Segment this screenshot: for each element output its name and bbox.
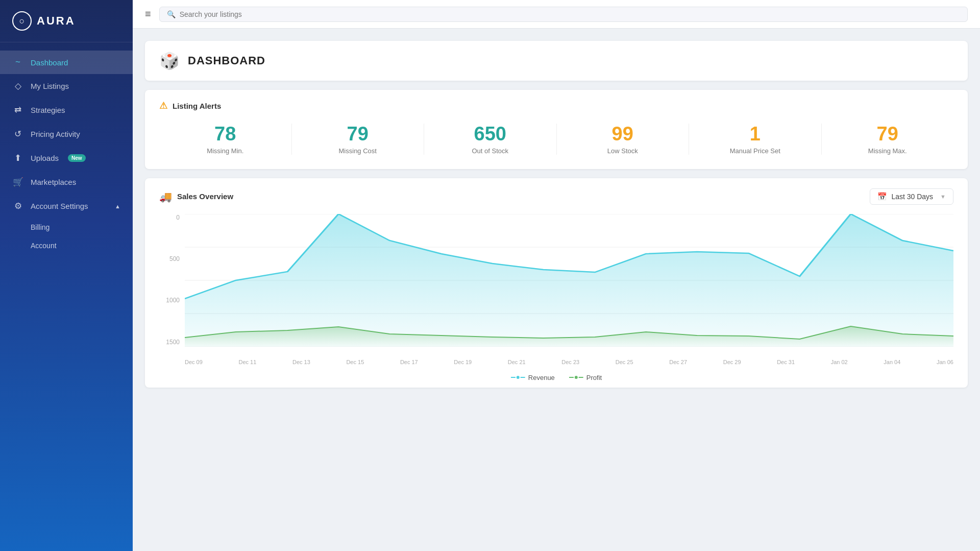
marketplaces-icon: 🛒 xyxy=(12,177,23,187)
sidebar-item-my-listings[interactable]: ◇ My Listings xyxy=(0,74,133,98)
alert-label: Missing Max. xyxy=(827,147,949,155)
alert-icon: ⚠ xyxy=(159,100,167,111)
page-content: 🎲 DASHBOARD ⚠ Listing Alerts 78 Missing … xyxy=(133,29,980,551)
alert-label: Missing Cost xyxy=(297,147,419,155)
dashboard-icon: ~ xyxy=(12,57,23,67)
alert-number: 79 xyxy=(297,124,419,145)
alert-number: 1 xyxy=(694,124,816,145)
alert-number: 650 xyxy=(429,124,551,145)
chart-svg xyxy=(185,214,953,347)
x-label: Dec 21 xyxy=(508,359,526,365)
sidebar-item-label: Strategies xyxy=(31,106,65,114)
hamburger-menu[interactable]: ≡ xyxy=(145,8,151,20)
x-label: Dec 09 xyxy=(185,359,203,365)
dashboard-box-icon: 🎲 xyxy=(159,51,180,70)
sidebar-item-label: Pricing Activity xyxy=(31,130,80,138)
search-icon: 🔍 xyxy=(167,10,176,18)
sales-chart: 1500 1000 500 0 xyxy=(159,214,953,367)
chart-svg-area xyxy=(185,214,953,347)
x-label: Dec 29 xyxy=(723,359,741,365)
alert-out-of-stock[interactable]: 650 Out of Stock xyxy=(424,124,557,155)
alert-number: 79 xyxy=(827,124,949,145)
alert-missing-min[interactable]: 78 Missing Min. xyxy=(159,124,292,155)
chevron-down-icon: ▼ xyxy=(940,194,946,200)
alert-label: Low Stock xyxy=(562,147,684,155)
alert-missing-cost[interactable]: 79 Missing Cost xyxy=(292,124,425,155)
truck-icon: 🚚 xyxy=(159,190,172,203)
legend-revenue: Revenue xyxy=(511,374,555,381)
x-label: Dec 15 xyxy=(346,359,364,365)
svg-point-6 xyxy=(516,375,520,379)
alerts-title: Listing Alerts xyxy=(173,102,221,110)
sidebar-item-label: Account Settings xyxy=(31,202,88,210)
sidebar-item-label: Uploads xyxy=(31,154,59,162)
listings-icon: ◇ xyxy=(12,81,23,91)
alert-manual-price[interactable]: 1 Manual Price Set xyxy=(689,124,822,155)
date-filter-dropdown[interactable]: 📅 Last 30 Days ▼ xyxy=(870,188,953,205)
revenue-legend-label: Revenue xyxy=(528,374,555,381)
y-label: 0 xyxy=(159,214,180,221)
logo-text: AURA xyxy=(37,14,76,28)
calendar-icon: 📅 xyxy=(877,192,887,201)
y-label: 1000 xyxy=(159,297,180,304)
sidebar-nav: ~ Dashboard ◇ My Listings ⇄ Strategies ↺… xyxy=(0,42,133,551)
sidebar-item-strategies[interactable]: ⇄ Strategies xyxy=(0,98,133,122)
alert-low-stock[interactable]: 99 Low Stock xyxy=(557,124,690,155)
x-axis-labels: Dec 09 Dec 11 Dec 13 Dec 15 Dec 17 Dec 1… xyxy=(185,347,953,367)
svg-point-8 xyxy=(574,375,578,379)
pricing-icon: ↺ xyxy=(12,129,23,139)
sidebar-item-label: Marketplaces xyxy=(31,178,76,186)
date-filter-label: Last 30 Days xyxy=(891,193,933,201)
uploads-icon: ⬆ xyxy=(12,153,23,163)
x-label: Dec 11 xyxy=(238,359,256,365)
sidebar-item-label: My Listings xyxy=(31,82,69,90)
search-input[interactable] xyxy=(180,10,960,18)
x-label: Dec 31 xyxy=(777,359,795,365)
sidebar-item-account-settings[interactable]: ⚙ Account Settings ▲ xyxy=(0,194,133,218)
y-axis-labels: 1500 1000 500 0 xyxy=(159,214,180,347)
y-label: 1500 xyxy=(159,339,180,346)
sidebar-sub-account[interactable]: Account xyxy=(31,236,133,255)
alert-number: 78 xyxy=(164,124,286,145)
listing-alerts-card: ⚠ Listing Alerts 78 Missing Min. 79 Miss… xyxy=(145,90,968,169)
logo-area: ○ AURA xyxy=(0,0,133,42)
x-label: Dec 13 xyxy=(292,359,310,365)
legend-profit: Profit xyxy=(569,374,602,381)
chevron-up-icon: ▲ xyxy=(115,203,120,209)
chart-legend: Revenue Profit xyxy=(511,374,602,381)
revenue-area xyxy=(185,214,953,347)
uploads-badge: New xyxy=(68,154,86,162)
profit-legend-label: Profit xyxy=(586,374,602,381)
strategies-icon: ⇄ xyxy=(12,105,23,115)
search-bar[interactable]: 🔍 xyxy=(159,7,968,22)
sales-title: Sales Overview xyxy=(177,192,233,201)
main-content: ≡ 🔍 🎲 DASHBOARD ⚠ Listing Alerts 78 Miss… xyxy=(133,0,980,551)
sidebar-item-uploads[interactable]: ⬆ Uploads New xyxy=(0,146,133,170)
page-title: DASHBOARD xyxy=(188,54,265,67)
alert-missing-max[interactable]: 79 Missing Max. xyxy=(822,124,954,155)
sidebar-sub-billing[interactable]: Billing xyxy=(31,218,133,236)
dashboard-header: 🎲 DASHBOARD xyxy=(145,41,968,81)
sales-overview-card: 🚚 Sales Overview 📅 Last 30 Days ▼ 1500 1… xyxy=(145,178,968,388)
sidebar-item-marketplaces[interactable]: 🛒 Marketplaces xyxy=(0,170,133,194)
x-label: Jan 06 xyxy=(937,359,953,365)
sales-header: 🚚 Sales Overview 📅 Last 30 Days ▼ xyxy=(159,188,953,205)
profit-legend-icon xyxy=(569,374,583,380)
x-label: Jan 04 xyxy=(884,359,900,365)
revenue-legend-icon xyxy=(511,374,525,380)
x-label: Dec 23 xyxy=(561,359,579,365)
settings-icon: ⚙ xyxy=(12,201,23,211)
x-label: Dec 19 xyxy=(454,359,472,365)
x-label: Jan 02 xyxy=(831,359,848,365)
topbar: ≡ 🔍 xyxy=(133,0,980,29)
logo-icon: ○ xyxy=(12,11,32,31)
account-settings-submenu: Billing Account xyxy=(0,218,133,255)
sidebar-item-label: Dashboard xyxy=(31,58,68,67)
sidebar-item-pricing-activity[interactable]: ↺ Pricing Activity xyxy=(0,122,133,146)
sidebar-item-dashboard[interactable]: ~ Dashboard xyxy=(0,51,133,74)
alerts-grid: 78 Missing Min. 79 Missing Cost 650 Out … xyxy=(159,124,953,155)
x-label: Dec 27 xyxy=(669,359,687,365)
sidebar: ○ AURA ~ Dashboard ◇ My Listings ⇄ Strat… xyxy=(0,0,133,551)
alert-label: Missing Min. xyxy=(164,147,286,155)
alert-label: Manual Price Set xyxy=(694,147,816,155)
